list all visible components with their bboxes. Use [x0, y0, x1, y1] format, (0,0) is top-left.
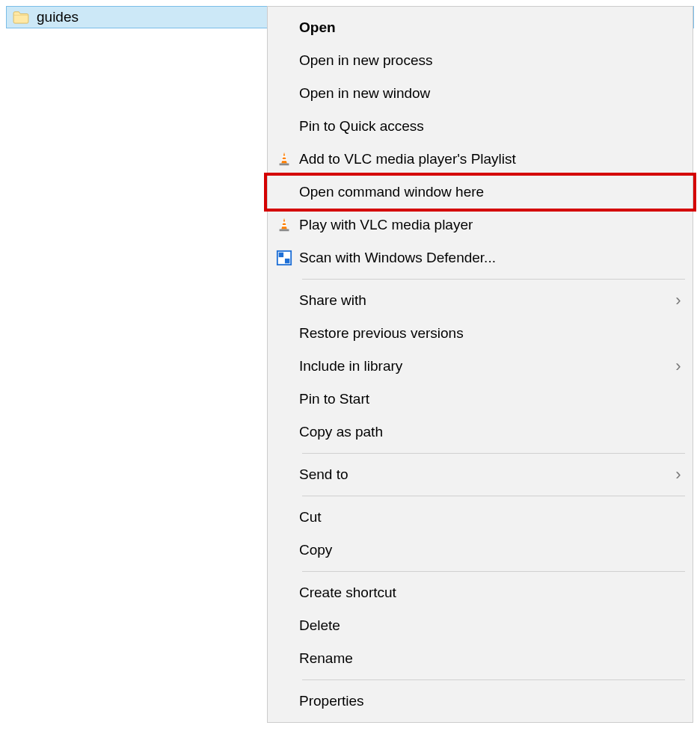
menu-item-delete[interactable]: Delete	[269, 609, 691, 642]
context-menu: OpenOpen in new processOpen in new windo…	[267, 6, 693, 723]
svg-rect-10	[285, 253, 289, 257]
submenu-chevron-icon: ›	[669, 284, 691, 317]
menu-item-rename[interactable]: Rename	[269, 642, 691, 675]
menu-item-label: Pin to Start	[299, 383, 669, 416]
svg-rect-5	[282, 221, 286, 223]
menu-item-copy[interactable]: Copy	[269, 534, 691, 567]
vlc-icon	[269, 217, 299, 233]
menu-item-label: Share with	[299, 284, 669, 317]
menu-separator	[302, 453, 685, 454]
menu-item-label: Restore previous versions	[299, 317, 669, 350]
menu-separator	[302, 496, 685, 496]
menu-item-label: Open command window here	[299, 176, 669, 209]
menu-item-label: Delete	[299, 609, 669, 642]
svg-rect-7	[280, 229, 289, 232]
vlc-icon	[269, 151, 299, 167]
menu-item-label: Open	[299, 11, 669, 44]
menu-item-label: Scan with Windows Defender...	[299, 241, 669, 274]
menu-item-label: Play with VLC media player	[299, 209, 669, 241]
menu-item-open-in-new-window[interactable]: Open in new window	[269, 77, 691, 110]
menu-item-play-with-vlc-media-player[interactable]: Play with VLC media player	[269, 209, 691, 241]
menu-item-open-command-window-here[interactable]: Open command window here	[269, 176, 691, 209]
svg-rect-12	[285, 259, 289, 263]
menu-item-label: Create shortcut	[299, 576, 669, 609]
svg-marker-0	[281, 152, 286, 164]
menu-item-label: Copy as path	[299, 416, 669, 448]
menu-item-create-shortcut[interactable]: Create shortcut	[269, 576, 691, 609]
menu-item-label: Open in new window	[299, 77, 669, 110]
svg-rect-9	[279, 253, 283, 257]
menu-item-label: Copy	[299, 534, 669, 567]
menu-item-label: Add to VLC media player's Playlist	[299, 143, 669, 176]
menu-item-open-in-new-process[interactable]: Open in new process	[269, 44, 691, 77]
svg-rect-11	[279, 259, 283, 263]
menu-item-share-with[interactable]: Share with›	[269, 284, 691, 317]
submenu-chevron-icon: ›	[669, 350, 691, 383]
menu-item-pin-to-start[interactable]: Pin to Start	[269, 383, 691, 416]
menu-item-open[interactable]: Open	[269, 11, 691, 44]
svg-rect-6	[282, 225, 287, 226]
svg-rect-1	[282, 155, 286, 157]
menu-item-include-in-library[interactable]: Include in library›	[269, 350, 691, 383]
svg-rect-2	[282, 159, 287, 161]
menu-item-label: Open in new process	[299, 44, 669, 77]
svg-rect-3	[280, 164, 289, 166]
menu-item-label: Include in library	[299, 350, 669, 383]
defender-icon	[269, 250, 299, 266]
menu-item-copy-as-path[interactable]: Copy as path	[269, 416, 691, 448]
menu-item-label: Pin to Quick access	[299, 110, 669, 143]
menu-item-label: Properties	[299, 685, 669, 718]
menu-separator	[302, 571, 685, 572]
menu-item-label: Rename	[299, 642, 669, 675]
menu-item-pin-to-quick-access[interactable]: Pin to Quick access	[269, 110, 691, 143]
menu-item-label: Cut	[299, 501, 669, 534]
menu-item-scan-with-windows-defender[interactable]: Scan with Windows Defender...	[269, 241, 691, 274]
menu-item-properties[interactable]: Properties	[269, 685, 691, 718]
menu-item-send-to[interactable]: Send to›	[269, 458, 691, 491]
menu-item-add-to-vlc-media-player-s-playlist[interactable]: Add to VLC media player's Playlist	[269, 143, 691, 176]
menu-separator	[302, 679, 685, 680]
folder-icon	[13, 10, 29, 24]
menu-item-label: Send to	[299, 458, 669, 491]
menu-item-cut[interactable]: Cut	[269, 501, 691, 534]
folder-name: guides	[37, 9, 79, 25]
menu-separator	[302, 279, 685, 280]
submenu-chevron-icon: ›	[669, 458, 691, 491]
svg-marker-4	[281, 218, 286, 229]
menu-item-restore-previous-versions[interactable]: Restore previous versions	[269, 317, 691, 350]
